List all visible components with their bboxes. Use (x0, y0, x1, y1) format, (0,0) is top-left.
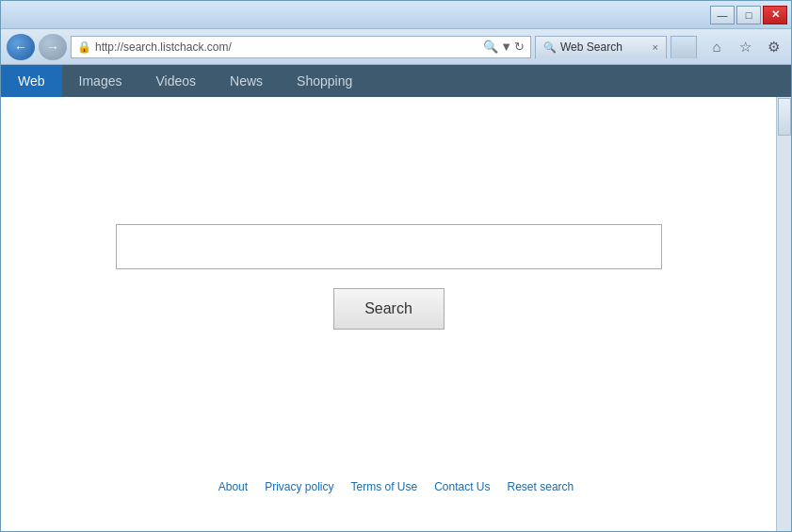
tab-shopping[interactable]: Shopping (280, 65, 369, 97)
favorites-button[interactable]: ☆ (733, 36, 757, 58)
tab-news[interactable]: News (213, 65, 280, 97)
minimize-button[interactable]: — (710, 6, 735, 24)
privacy-link[interactable]: Privacy policy (265, 480, 333, 493)
about-link[interactable]: About (218, 480, 248, 493)
browser-window: — □ ✕ ← → 🔒 http://search.listchack.com/… (0, 0, 792, 532)
tab-close-button[interactable]: × (653, 41, 658, 53)
toolbar-right: ⌂ ☆ ⚙ (704, 36, 785, 58)
reset-link[interactable]: Reset search (508, 480, 574, 493)
maximize-button[interactable]: □ (736, 6, 761, 24)
address-field[interactable]: 🔒 http://search.listchack.com/ 🔍 ▼ ↻ (71, 36, 531, 58)
address-icons: 🔍 ▼ ↻ (483, 40, 525, 54)
nav-tabs-bar: Web Images Videos News Shopping (1, 65, 791, 97)
tab-label: Web Search (560, 40, 622, 54)
browser-body: Search About Privacy policy Terms of Use… (1, 97, 791, 531)
address-bar-row: ← → 🔒 http://search.listchack.com/ 🔍 ▼ ↻… (1, 29, 791, 65)
dropdown-icon: ▼ (500, 40, 512, 54)
new-tab-button[interactable] (671, 36, 697, 58)
terms-link[interactable]: Terms of Use (350, 480, 417, 493)
content-area: Search About Privacy policy Terms of Use… (1, 97, 776, 531)
settings-button[interactable]: ⚙ (761, 36, 785, 58)
contact-link[interactable]: Contact Us (434, 480, 490, 493)
scrollbar-thumb[interactable] (778, 98, 791, 136)
back-button[interactable]: ← (7, 34, 35, 60)
search-button[interactable]: Search (333, 288, 444, 330)
tab-favicon: 🔍 (543, 41, 557, 54)
search-input-wrapper (116, 224, 662, 269)
close-button[interactable]: ✕ (763, 6, 787, 24)
forward-button[interactable]: → (39, 34, 67, 60)
title-bar: — □ ✕ (1, 1, 791, 29)
tab-images[interactable]: Images (62, 65, 139, 97)
url-display: http://search.listchack.com/ (95, 40, 479, 54)
tab-web[interactable]: Web (1, 65, 62, 97)
refresh-icon[interactable]: ↻ (514, 40, 525, 54)
home-button[interactable]: ⌂ (704, 36, 729, 58)
tab-videos[interactable]: Videos (138, 65, 213, 97)
window-controls: — □ ✕ (710, 6, 787, 24)
search-input[interactable] (124, 238, 654, 255)
footer-links: About Privacy policy Terms of Use Contac… (1, 480, 791, 493)
search-icon: 🔍 (483, 40, 498, 54)
search-container: Search (116, 224, 662, 330)
scrollbar-track[interactable] (776, 97, 791, 531)
browser-tab[interactable]: 🔍 Web Search × (535, 36, 667, 58)
